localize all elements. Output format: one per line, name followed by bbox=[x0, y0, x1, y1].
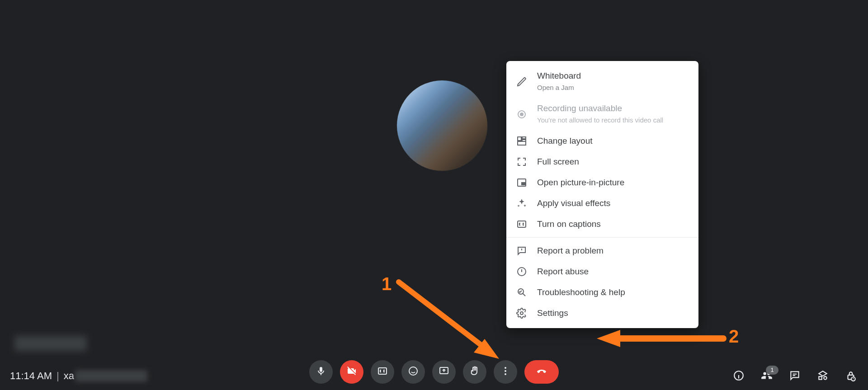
svg-rect-5 bbox=[518, 141, 526, 145]
participant-avatar bbox=[397, 80, 487, 171]
activities-button[interactable] bbox=[816, 370, 829, 383]
menu-item-report-problem[interactable]: Report a problem bbox=[506, 240, 698, 261]
menu-item-sublabel: You're not allowed to record this video … bbox=[537, 115, 663, 126]
camera-off-icon bbox=[346, 366, 357, 378]
separator-pipe: | bbox=[57, 370, 59, 382]
menu-item-label: Turn on captions bbox=[537, 219, 601, 230]
svg-point-1 bbox=[520, 113, 523, 116]
host-controls-button[interactable] bbox=[844, 370, 857, 383]
toggle-camera-button[interactable] bbox=[340, 360, 363, 384]
svg-point-13 bbox=[409, 367, 417, 375]
sparkle-icon bbox=[516, 198, 527, 209]
menu-item-label: Open picture-in-picture bbox=[537, 177, 624, 188]
menu-item-settings[interactable]: Settings bbox=[506, 303, 698, 324]
toggle-mic-button[interactable] bbox=[309, 360, 333, 384]
svg-point-20 bbox=[824, 376, 827, 380]
meeting-details-button[interactable] bbox=[732, 370, 745, 383]
chat-button[interactable] bbox=[788, 370, 801, 383]
menu-item-label: Troubleshooting & help bbox=[537, 287, 625, 298]
more-options-menu: Whiteboard Open a Jam Recording unavaila… bbox=[506, 61, 698, 328]
menu-item-label: Apply visual effects bbox=[537, 198, 610, 209]
menu-item-sublabel: Open a Jam bbox=[537, 82, 581, 93]
menu-item-label: Report a problem bbox=[537, 245, 604, 256]
troubleshoot-icon bbox=[516, 287, 527, 298]
annotation-step-1: 1 bbox=[382, 274, 392, 294]
svg-point-16 bbox=[505, 370, 506, 372]
annotation-arrow-1 bbox=[394, 277, 512, 368]
meeting-code-prefix: xa bbox=[64, 370, 74, 382]
menu-item-label: Report abuse bbox=[537, 266, 589, 277]
pencil-icon bbox=[516, 76, 527, 87]
captions-cc-icon bbox=[516, 219, 527, 230]
info-icon bbox=[733, 370, 745, 383]
meeting-code[interactable]: xa bbox=[64, 370, 147, 382]
layout-icon bbox=[516, 136, 527, 146]
abuse-icon bbox=[516, 266, 527, 277]
menu-item-recording: Recording unavailable You're not allowed… bbox=[506, 98, 698, 131]
activities-icon bbox=[817, 370, 829, 383]
meeting-info: 11:14 AM | xa bbox=[10, 370, 147, 382]
menu-item-visual-effects[interactable]: Apply visual effects bbox=[506, 193, 698, 214]
menu-item-label: Whiteboard bbox=[537, 70, 581, 81]
chat-icon bbox=[789, 370, 801, 383]
menu-item-captions[interactable]: Turn on captions bbox=[506, 214, 698, 235]
menu-item-label: Change layout bbox=[537, 136, 593, 146]
hangup-icon bbox=[536, 366, 547, 378]
pip-icon bbox=[516, 177, 527, 188]
svg-point-22 bbox=[851, 377, 855, 381]
people-button[interactable]: 1 bbox=[760, 370, 773, 383]
annotation-step-2: 2 bbox=[729, 326, 739, 347]
svg-rect-2 bbox=[518, 137, 521, 141]
feedback-icon bbox=[516, 245, 527, 256]
svg-point-17 bbox=[505, 373, 506, 375]
menu-item-label: Recording unavailable bbox=[537, 103, 663, 114]
meeting-code-redacted bbox=[75, 370, 147, 382]
participants-count-badge: 1 bbox=[766, 366, 778, 375]
svg-marker-26 bbox=[597, 330, 620, 347]
gear-icon bbox=[516, 308, 527, 319]
toggle-captions-button[interactable] bbox=[371, 360, 394, 384]
participant-name-redacted bbox=[14, 336, 87, 351]
svg-line-23 bbox=[399, 282, 487, 350]
svg-rect-7 bbox=[522, 183, 525, 185]
leave-call-button[interactable] bbox=[524, 360, 559, 384]
fullscreen-icon bbox=[516, 156, 527, 167]
annotation-arrow-2 bbox=[592, 327, 728, 350]
record-icon bbox=[516, 109, 527, 120]
cc-icon bbox=[377, 366, 388, 378]
right-panel-controls: 1 bbox=[732, 370, 857, 383]
menu-item-label: Settings bbox=[537, 308, 568, 319]
lock-icon bbox=[845, 370, 857, 383]
menu-item-label: Full screen bbox=[537, 156, 579, 167]
menu-item-fullscreen[interactable]: Full screen bbox=[506, 151, 698, 172]
menu-item-change-layout[interactable]: Change layout bbox=[506, 131, 698, 151]
menu-item-help[interactable]: Troubleshooting & help bbox=[506, 282, 698, 303]
meet-call-screen: Whiteboard Open a Jam Recording unavaila… bbox=[0, 0, 868, 390]
menu-item-whiteboard[interactable]: Whiteboard Open a Jam bbox=[506, 66, 698, 98]
menu-separator bbox=[506, 237, 698, 238]
svg-rect-3 bbox=[522, 137, 526, 139]
svg-point-11 bbox=[520, 312, 523, 315]
svg-rect-12 bbox=[378, 368, 387, 374]
clock-time: 11:14 AM bbox=[10, 370, 52, 382]
avatar-image bbox=[397, 80, 487, 171]
mic-icon bbox=[316, 366, 326, 378]
menu-item-pip[interactable]: Open picture-in-picture bbox=[506, 172, 698, 193]
svg-rect-8 bbox=[518, 221, 526, 227]
svg-rect-19 bbox=[819, 376, 822, 380]
menu-item-report-abuse[interactable]: Report abuse bbox=[506, 261, 698, 282]
